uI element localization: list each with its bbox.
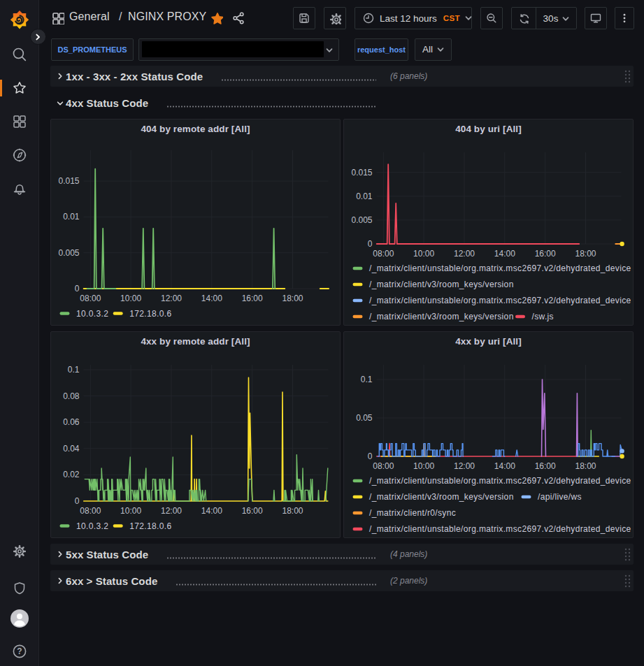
svg-text:14:00: 14:00 bbox=[201, 506, 222, 516]
svg-text:10:00: 10:00 bbox=[120, 506, 141, 516]
svg-text:/_matrix/client/unstable/org.m: /_matrix/client/unstable/org.matrix.msc2… bbox=[369, 524, 631, 534]
svg-text:/_matrix/client/v3/room_keys/v: /_matrix/client/v3/room_keys/version bbox=[369, 280, 514, 289]
svg-text:0.04: 0.04 bbox=[63, 444, 80, 454]
svg-text:0.1: 0.1 bbox=[361, 375, 373, 384]
svg-text:18:00: 18:00 bbox=[575, 249, 596, 259]
svg-text:14:00: 14:00 bbox=[494, 249, 515, 259]
svg-text:0: 0 bbox=[75, 496, 80, 506]
svg-text:10:00: 10:00 bbox=[120, 294, 141, 303]
svg-text:/_matrix/client/unstable/org.m: /_matrix/client/unstable/org.matrix.msc2… bbox=[369, 263, 631, 273]
svg-text:0.08: 0.08 bbox=[63, 391, 80, 401]
svg-text:12:00: 12:00 bbox=[161, 294, 182, 303]
svg-text:172.18.0.6: 172.18.0.6 bbox=[129, 309, 171, 319]
svg-text:12:00: 12:00 bbox=[454, 461, 475, 471]
svg-text:12:00: 12:00 bbox=[161, 506, 182, 516]
svg-text:/_matrix/client/v3/room_keys/v: /_matrix/client/v3/room_keys/version bbox=[369, 312, 514, 321]
svg-text:/_matrix/client/v3/room_keys/v: /_matrix/client/v3/room_keys/version bbox=[369, 492, 514, 502]
svg-text:08:00: 08:00 bbox=[80, 294, 101, 303]
svg-text:?: ? bbox=[17, 646, 22, 656]
svg-text:/sw.js: /sw.js bbox=[532, 312, 554, 321]
svg-text:0.005: 0.005 bbox=[351, 215, 372, 225]
svg-text:10:00: 10:00 bbox=[413, 249, 434, 259]
svg-text:0: 0 bbox=[368, 451, 373, 461]
svg-text:/_matrix/client/r0/sync: /_matrix/client/r0/sync bbox=[369, 508, 456, 518]
svg-text:0.02: 0.02 bbox=[63, 470, 80, 479]
svg-text:0.01: 0.01 bbox=[63, 212, 80, 222]
svg-text:10.0.3.2: 10.0.3.2 bbox=[76, 521, 108, 531]
svg-text:18:00: 18:00 bbox=[282, 506, 303, 516]
svg-text:0.01: 0.01 bbox=[356, 191, 373, 201]
svg-text:16:00: 16:00 bbox=[242, 294, 263, 303]
svg-text:/_matrix/client/unstable/org.m: /_matrix/client/unstable/org.matrix.msc2… bbox=[369, 476, 631, 486]
svg-text:0: 0 bbox=[368, 239, 373, 249]
svg-text:/api/live/ws: /api/live/ws bbox=[538, 492, 582, 502]
svg-text:08:00: 08:00 bbox=[80, 506, 101, 516]
svg-text:0.05: 0.05 bbox=[356, 413, 373, 423]
svg-text:16:00: 16:00 bbox=[535, 461, 556, 471]
svg-text:0.1: 0.1 bbox=[68, 365, 80, 375]
svg-text:14:00: 14:00 bbox=[201, 294, 222, 303]
svg-text:14:00: 14:00 bbox=[494, 461, 515, 471]
svg-text:0.015: 0.015 bbox=[58, 176, 79, 186]
svg-text:0.005: 0.005 bbox=[58, 248, 79, 258]
svg-text:0: 0 bbox=[75, 284, 80, 294]
svg-text:08:00: 08:00 bbox=[373, 249, 394, 259]
svg-text:08:00: 08:00 bbox=[373, 461, 394, 471]
svg-text:0.015: 0.015 bbox=[351, 168, 372, 178]
svg-text:16:00: 16:00 bbox=[535, 249, 556, 259]
svg-text:18:00: 18:00 bbox=[575, 461, 596, 471]
svg-text:172.18.0.6: 172.18.0.6 bbox=[129, 521, 171, 531]
svg-text:16:00: 16:00 bbox=[242, 506, 263, 516]
svg-text:18:00: 18:00 bbox=[282, 294, 303, 303]
svg-text:/_matrix/client/unstable/org.m: /_matrix/client/unstable/org.matrix.msc2… bbox=[369, 296, 631, 305]
svg-text:10:00: 10:00 bbox=[413, 461, 434, 471]
svg-text:12:00: 12:00 bbox=[454, 249, 475, 259]
svg-text:10.0.3.2: 10.0.3.2 bbox=[76, 309, 108, 319]
svg-text:0.06: 0.06 bbox=[63, 417, 80, 427]
